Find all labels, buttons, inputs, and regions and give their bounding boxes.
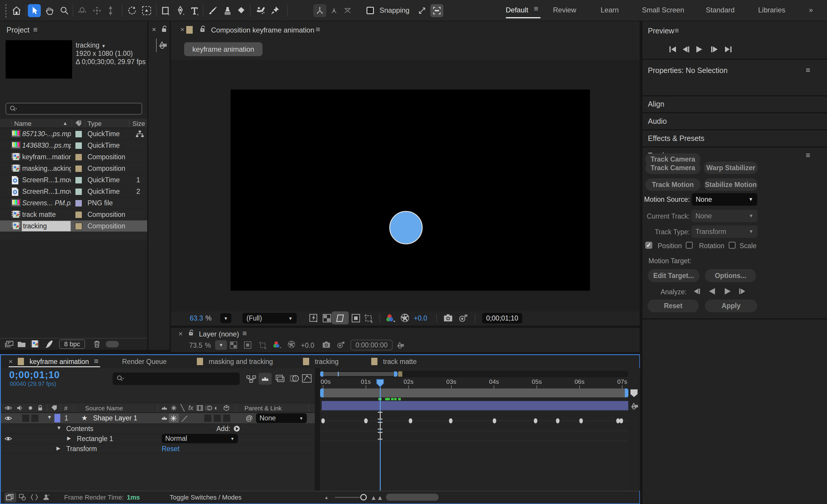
roto-brush-tool-icon[interactable] (254, 4, 266, 17)
magnification-dropdown-icon[interactable]: ▼ (220, 313, 232, 323)
item-label-chip[interactable] (75, 142, 82, 149)
track-camera-button[interactable]: Track Camera (645, 162, 700, 174)
column-number[interactable]: # (64, 405, 68, 412)
item-name[interactable]: 1436830...ps.mp4 (22, 140, 71, 151)
item-name[interactable]: track matte (22, 209, 71, 220)
item-name[interactable]: ScreenR...1.mov (22, 175, 71, 185)
effects-presets-panel-tab[interactable]: Effects & Presets (648, 134, 704, 143)
layer-panel-menu-icon[interactable]: ≡ (242, 330, 247, 337)
layer-row[interactable]: ▼ 1 ★ Shape Layer 1 ／ @ None▼ (1, 413, 315, 423)
properties-panel-title[interactable]: Properties: No Selection (648, 66, 728, 75)
analyze-backward-frame-icon[interactable] (693, 288, 700, 295)
dolly-camera-tool-icon[interactable] (104, 4, 117, 17)
column-type[interactable]: Type (88, 120, 102, 128)
layer-timecode[interactable]: 0:00:00:00 (350, 340, 392, 350)
camera-marquee-icon[interactable] (140, 4, 153, 17)
orbit-camera-tool-icon[interactable] (76, 4, 89, 17)
item-name[interactable]: Screens... PM.png (22, 198, 71, 208)
rectangle-row[interactable]: ▶ Rectangle 1 Normal▼ (1, 434, 315, 444)
close-icon[interactable]: × (179, 330, 183, 338)
toolbar-drag-handle[interactable] (5, 4, 7, 18)
workspace-menu-icon[interactable]: ≡ (534, 5, 538, 13)
scale-checkbox[interactable] (729, 242, 736, 249)
blend-mode-dropdown[interactable]: Normal▼ (162, 434, 238, 443)
frame-blending-icon[interactable] (275, 374, 285, 383)
quality-switch-icon[interactable]: ／ (181, 414, 188, 423)
interpret-footage-icon[interactable] (4, 340, 14, 349)
collapsed-panel-icon[interactable] (157, 40, 168, 50)
guides-crop-icon[interactable] (363, 313, 374, 323)
ghost-icon[interactable] (42, 494, 50, 501)
adjustment-layer-icon[interactable]: ◐ (214, 404, 218, 412)
last-frame-icon[interactable] (724, 46, 732, 53)
project-item-2[interactable]: 1436830...ps.mp4QuickTime (0, 140, 147, 151)
tracker-panel-menu-icon[interactable]: ≡ (806, 151, 810, 159)
rotation-tool-icon[interactable] (125, 4, 138, 17)
transform-reset-link[interactable]: Reset (162, 445, 180, 453)
item-name[interactable]: masking...acking (22, 163, 71, 174)
workspace-overflow-icon[interactable]: » (809, 6, 813, 14)
snapping-checkbox[interactable] (367, 7, 374, 14)
preview-panel-title[interactable]: Preview (648, 27, 674, 35)
motion-source-dropdown[interactable]: None▼ (692, 193, 757, 206)
keyframe[interactable] (409, 418, 412, 423)
shape-circle[interactable] (389, 211, 423, 244)
previous-frame-icon[interactable] (682, 46, 690, 53)
rectangle-tool-icon[interactable] (159, 4, 172, 17)
item-name[interactable]: ScreenR...1.mov (22, 187, 71, 197)
project-item-8[interactable]: track matteComposition (0, 209, 147, 220)
eye-icon[interactable] (4, 435, 12, 442)
magnification-value[interactable]: 63.3 (190, 314, 203, 322)
graph-editor-icon[interactable] (302, 374, 312, 383)
item-label-chip[interactable] (75, 165, 82, 172)
project-item-6[interactable]: ScreenR...1.movQuickTime2 (0, 186, 147, 197)
exposure-icon[interactable] (287, 340, 296, 349)
pan-camera-tool-icon[interactable] (90, 4, 103, 17)
toggle-switches-modes-button[interactable]: Toggle Switches / Modes (169, 494, 241, 501)
exposure-value[interactable]: +0.0 (414, 314, 427, 322)
project-panel-title[interactable]: Project (6, 26, 30, 34)
collapse-transformations-switch[interactable] (169, 414, 179, 423)
timeline-tab-render-queue[interactable]: Render Queue (122, 358, 167, 366)
workspace-tab-standard[interactable]: Standard (706, 6, 734, 14)
zoom-tool-icon[interactable] (58, 4, 71, 17)
transparency-grid-icon[interactable] (229, 341, 238, 349)
audio-cell[interactable] (22, 414, 29, 422)
project-item-4[interactable]: masking...ackingComposition (0, 163, 147, 174)
layer-panel-title[interactable]: Layer (none) (199, 330, 239, 338)
motion-blur-icon[interactable] (289, 374, 299, 383)
transform-row[interactable]: ▶ Transform Reset (1, 444, 315, 453)
timeline-tab-track-matte[interactable]: track matte (383, 358, 417, 366)
transform-chevron[interactable]: ▶ (56, 445, 60, 451)
close-icon[interactable]: × (180, 26, 185, 34)
timeline-pane-divider[interactable] (315, 368, 320, 491)
project-item-7[interactable]: Screens... PM.pngPNG file (0, 197, 147, 209)
frame-blend-icon[interactable] (197, 405, 203, 411)
playhead-handle[interactable] (376, 379, 384, 389)
fx-cell[interactable] (204, 414, 211, 422)
composition-timecode[interactable]: 0;00;01;10 (482, 313, 522, 323)
eye-icon[interactable] (4, 415, 12, 422)
eye-icon[interactable] (4, 404, 12, 411)
bit-depth-button[interactable]: 8 bpc (59, 340, 85, 349)
clone-stamp-tool-icon[interactable] (221, 4, 234, 17)
keyframe[interactable] (556, 418, 560, 423)
timeline-tab-keyframe-animation[interactable]: keyframe animation (30, 358, 89, 366)
item-label-chip[interactable] (75, 223, 82, 230)
analyze-backward-icon[interactable] (709, 288, 716, 295)
fast-previews-icon[interactable] (309, 313, 318, 323)
edit-target-button[interactable]: Edit Target... (648, 269, 699, 282)
pen-tool-icon[interactable] (174, 4, 187, 17)
apply-button[interactable]: Apply (705, 300, 757, 312)
column-parent-link[interactable]: Parent & Link (244, 405, 282, 412)
3d-layer-icon[interactable] (223, 405, 230, 411)
mask-visibility-toggle[interactable] (332, 311, 349, 324)
analyze-forward-icon[interactable] (724, 288, 731, 295)
zoom-in-icon[interactable]: ▲▲ (370, 494, 383, 502)
add-shape-icon[interactable] (233, 425, 240, 432)
item-name[interactable]: keyfram...mation (22, 152, 71, 162)
workspace-tab-small-screen[interactable]: Small Screen (642, 6, 684, 14)
channels-icon[interactable] (273, 340, 282, 349)
snapshot-icon[interactable] (322, 341, 331, 348)
align-panel-tab[interactable]: Align (648, 100, 665, 108)
